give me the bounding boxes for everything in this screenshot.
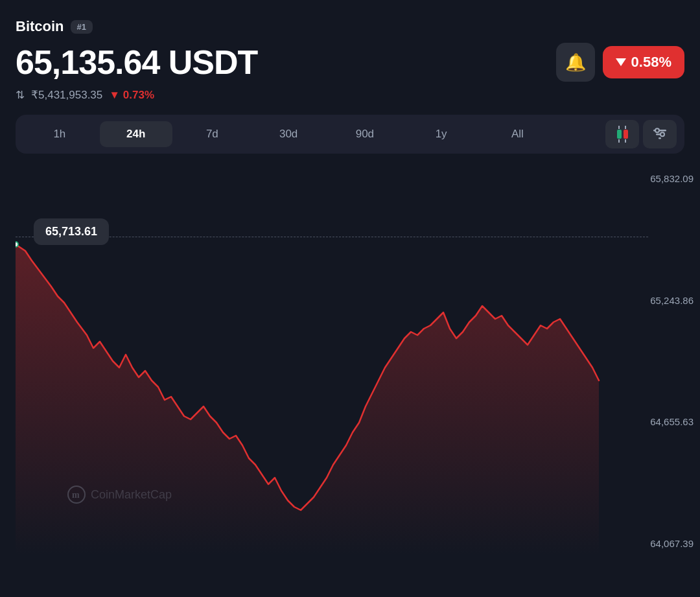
chart-area: 65,713.61 65,832.09 65,243.86 64,655.63 …	[16, 167, 700, 556]
y-label-4: 64,067.39	[650, 538, 694, 549]
svg-point-4	[660, 132, 664, 136]
tab-90d[interactable]: 90d	[329, 121, 401, 147]
inr-price: ₹5,431,953.35	[31, 88, 102, 102]
candlestick-button[interactable]	[605, 120, 639, 148]
y-label-1: 65,832.09	[650, 173, 694, 184]
tooltip-value: 65,713.61	[45, 225, 97, 238]
price-display: 65,135.64 USDT	[16, 43, 257, 82]
tab-30d[interactable]: 30d	[252, 121, 325, 147]
filter-icon	[652, 127, 668, 141]
watermark-text: CoinMarketCap	[91, 488, 172, 502]
svg-text:m: m	[72, 490, 80, 500]
tab-all[interactable]: All	[482, 121, 554, 147]
y-label-3: 64,655.63	[650, 416, 694, 427]
svg-point-3	[655, 128, 659, 132]
inr-change: ▼ 0.73%	[109, 89, 154, 102]
change-badge[interactable]: 0.58%	[603, 46, 684, 78]
price-tooltip: 65,713.61	[34, 218, 109, 245]
candlestick-icon	[617, 126, 628, 143]
tabs-bar: 1h 24h 7d 30d 90d 1y All	[16, 115, 684, 154]
watermark: m CoinMarketCap	[67, 486, 172, 504]
tab-1h[interactable]: 1h	[23, 121, 96, 147]
svg-rect-2	[659, 137, 661, 139]
y-label-2: 65,243.86	[650, 295, 694, 306]
arrows-icon: ⇅	[16, 88, 25, 102]
rank-badge: #1	[71, 20, 93, 34]
filter-button[interactable]	[643, 120, 677, 148]
alert-button[interactable]: 🔔	[556, 43, 595, 82]
coin-name: Bitcoin	[16, 18, 64, 35]
tab-7d[interactable]: 7d	[176, 121, 249, 147]
y-axis-labels: 65,832.09 65,243.86 64,655.63 64,067.39	[650, 167, 694, 556]
change-pct-label: 0.58%	[631, 54, 671, 71]
arrow-down-icon	[616, 58, 626, 66]
bell-icon: 🔔	[565, 53, 586, 73]
tab-24h[interactable]: 24h	[100, 121, 172, 147]
tab-1y[interactable]: 1y	[405, 121, 478, 147]
